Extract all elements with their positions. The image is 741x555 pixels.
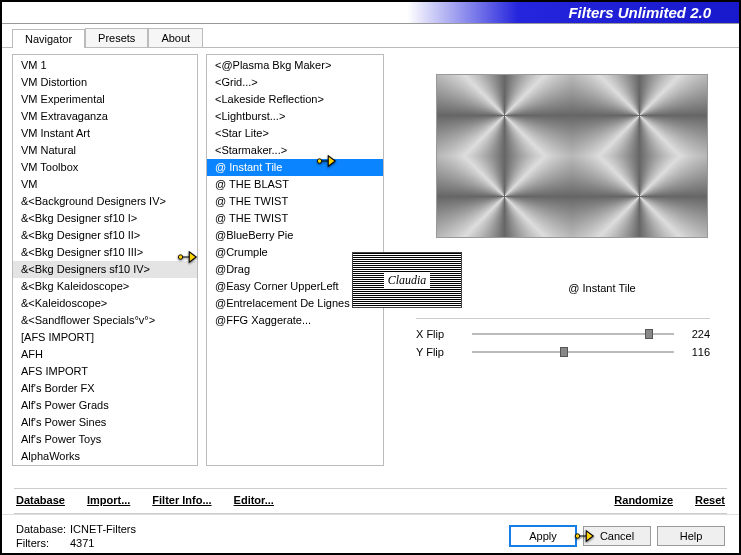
list-item[interactable]: &<Sandflower Specials°v°> bbox=[13, 312, 197, 329]
list-item[interactable]: &<Bkg Designers sf10 IV> bbox=[13, 261, 197, 278]
apply-button[interactable]: Apply bbox=[509, 525, 577, 547]
list-item[interactable]: @ Instant Tile bbox=[207, 159, 383, 176]
list-item[interactable]: [AFS IMPORT] bbox=[13, 329, 197, 346]
preview-image bbox=[436, 74, 708, 238]
param-row: X Flip224 bbox=[416, 325, 710, 343]
list-item[interactable]: VM Experimental bbox=[13, 91, 197, 108]
list-item[interactable]: Alf's Power Toys bbox=[13, 431, 197, 448]
list-item[interactable]: @ THE TWIST bbox=[207, 193, 383, 210]
list-item[interactable]: <Lakeside Reflection> bbox=[207, 91, 383, 108]
list-item[interactable]: &<Kaleidoscope> bbox=[13, 295, 197, 312]
editor-button[interactable]: Editor... bbox=[234, 494, 274, 506]
database-button[interactable]: Database bbox=[16, 494, 65, 506]
randomize-button[interactable]: Randomize bbox=[614, 494, 673, 506]
divider bbox=[416, 318, 710, 319]
list-item[interactable]: &<Bkg Designer sf10 II> bbox=[13, 227, 197, 244]
param-value: 116 bbox=[680, 346, 710, 358]
tab-about[interactable]: About bbox=[148, 28, 203, 47]
list-item[interactable]: <Starmaker...> bbox=[207, 142, 383, 159]
list-item[interactable]: <Lightburst...> bbox=[207, 108, 383, 125]
tab-strip: Navigator Presets About bbox=[2, 24, 739, 48]
parameter-panel: X Flip224Y Flip116 bbox=[416, 316, 710, 361]
list-item[interactable]: &<Bkg Designer sf10 III> bbox=[13, 244, 197, 261]
watermark-text: Claudia bbox=[384, 273, 431, 288]
footer-db-label: Database: bbox=[16, 522, 70, 536]
help-button[interactable]: Help bbox=[657, 526, 725, 546]
list-item[interactable]: AFS IMPORT bbox=[13, 363, 197, 380]
list-item[interactable]: VM Distortion bbox=[13, 74, 197, 91]
footer-filters-label: Filters: bbox=[16, 536, 70, 550]
cancel-button[interactable]: Cancel bbox=[583, 526, 651, 546]
reset-button[interactable]: Reset bbox=[695, 494, 725, 506]
list-item[interactable]: &<Bkg Kaleidoscope> bbox=[13, 278, 197, 295]
footer-info: Database:ICNET-Filters Filters:4371 bbox=[16, 522, 503, 550]
import-button[interactable]: Import... bbox=[87, 494, 130, 506]
list-item[interactable]: <Grid...> bbox=[207, 74, 383, 91]
footer-db-value: ICNET-Filters bbox=[70, 523, 136, 535]
preview-panel: Claudia @ Instant Tile X Flip224Y Flip11… bbox=[392, 54, 729, 488]
category-list[interactable]: VM 1VM DistortionVM ExperimentalVM Extra… bbox=[12, 54, 198, 466]
list-item[interactable]: VM Extravaganza bbox=[13, 108, 197, 125]
watermark-badge: Claudia bbox=[352, 252, 462, 308]
action-row: Database Import... Filter Info... Editor… bbox=[2, 489, 739, 511]
footer: Database:ICNET-Filters Filters:4371 Appl… bbox=[2, 514, 739, 555]
list-item[interactable]: &<Bkg Designer sf10 I> bbox=[13, 210, 197, 227]
param-slider[interactable] bbox=[472, 333, 674, 335]
list-item[interactable]: @FFG Xaggerate... bbox=[207, 312, 383, 329]
param-slider[interactable] bbox=[472, 351, 674, 353]
list-item[interactable]: <@Plasma Bkg Maker> bbox=[207, 57, 383, 74]
footer-filters-value: 4371 bbox=[70, 537, 94, 549]
list-item[interactable]: VM Toolbox bbox=[13, 159, 197, 176]
preview-label: @ Instant Tile bbox=[512, 282, 692, 294]
main-area: VM 1VM DistortionVM ExperimentalVM Extra… bbox=[2, 48, 739, 488]
list-item[interactable]: @ THE BLAST bbox=[207, 176, 383, 193]
list-item[interactable]: AFH bbox=[13, 346, 197, 363]
app-title: Filters Unlimited 2.0 bbox=[568, 2, 711, 24]
list-item[interactable]: VM Natural bbox=[13, 142, 197, 159]
list-item[interactable]: @ THE TWIST bbox=[207, 210, 383, 227]
param-row: Y Flip116 bbox=[416, 343, 710, 361]
list-item[interactable]: AlphaWorks bbox=[13, 448, 197, 465]
list-item[interactable]: @BlueBerry Pie bbox=[207, 227, 383, 244]
title-bar: Filters Unlimited 2.0 bbox=[2, 2, 739, 24]
list-item[interactable]: &<Background Designers IV> bbox=[13, 193, 197, 210]
list-item[interactable]: <Star Lite> bbox=[207, 125, 383, 142]
tab-presets[interactable]: Presets bbox=[85, 28, 148, 47]
filter-info-button[interactable]: Filter Info... bbox=[152, 494, 211, 506]
list-item[interactable]: Alf's Power Sines bbox=[13, 414, 197, 431]
param-label: Y Flip bbox=[416, 346, 466, 358]
list-item[interactable]: Alf's Power Grads bbox=[13, 397, 197, 414]
param-value: 224 bbox=[680, 328, 710, 340]
list-item[interactable]: VM bbox=[13, 176, 197, 193]
list-item[interactable]: VM Instant Art bbox=[13, 125, 197, 142]
list-item[interactable]: Alf's Border FX bbox=[13, 380, 197, 397]
param-label: X Flip bbox=[416, 328, 466, 340]
tab-navigator[interactable]: Navigator bbox=[12, 29, 85, 48]
list-item[interactable]: VM 1 bbox=[13, 57, 197, 74]
